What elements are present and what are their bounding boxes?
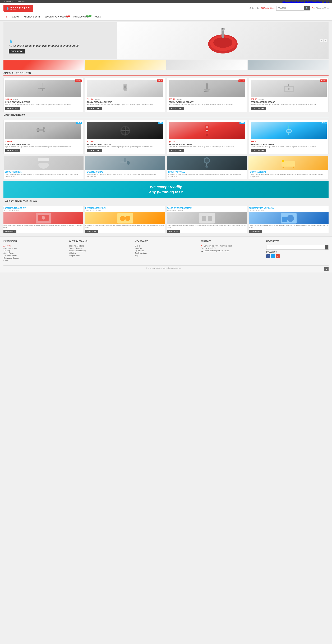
footer-information: INFORMATION About Us Customer Service Si… — [3, 240, 66, 262]
thumbnail-3[interactable] — [166, 60, 247, 70]
search-bar: 🔍 — [276, 6, 310, 10]
newsletter-form: › — [266, 245, 329, 250]
hero-prev-arrow[interactable]: ‹ — [320, 38, 323, 42]
thumbnail-1[interactable] — [3, 60, 84, 70]
nav-decorative-badge: NEW — [66, 15, 70, 16]
blog-cat-2: DEPOSIT LOREM IPSUM — [85, 207, 165, 209]
svg-rect-8 — [38, 88, 40, 89]
logo-drop-icon: 💧 — [6, 6, 9, 10]
checkout-link[interactable]: CHECKOUT — [295, 1, 304, 2]
back-to-top-button[interactable]: ▲ — [324, 267, 329, 270]
hero-next-arrow[interactable]: › — [324, 38, 327, 42]
phone-info: Order online (803) 3461-9962 — [250, 7, 275, 9]
nav-home[interactable]: ⌂ — [3, 13, 10, 20]
footer-affiliates-link[interactable]: Affiliates — [69, 252, 131, 254]
footer-contact-link[interactable]: Contact — [3, 260, 66, 262]
price-old-3: $87.90 — [177, 98, 182, 100]
nav-home-garden[interactable]: HOME & GARDEN SALE — [71, 14, 92, 20]
read-more-btn-3[interactable]: READ MORE — [167, 230, 180, 233]
banner-title-4: EPSUM FACTORIAL — [248, 170, 328, 173]
hero-sink-image — [207, 27, 238, 54]
thumbnail-4[interactable] — [248, 60, 329, 70]
footer-track-order-link[interactable]: Track My Order — [135, 252, 197, 254]
add-to-cart-btn-2[interactable]: ADD TO CART — [87, 107, 102, 110]
footer-orders-returns-link[interactable]: Orders and Returns — [3, 257, 66, 259]
special-product-1-image — [5, 80, 81, 97]
read-more-btn-4[interactable]: READ MORE — [249, 230, 262, 233]
new-product-1: NEW $54.90 EPSUM FACTORIAL DEPOSIT Epsum… — [3, 120, 83, 154]
nav-kitchen-bath[interactable]: KITCHEN & BATH — [21, 14, 42, 20]
banner-card-1: EPSUM FACTORIAL Lorem ipsum dolor teinte… — [3, 156, 84, 179]
footer-help-link[interactable]: Help — [135, 255, 197, 256]
currency-selector[interactable]: $ — [328, 1, 329, 2]
footer-wishlist-link[interactable]: My Wishlist — [135, 250, 197, 252]
top-bar-links: MY ACCOUNT CHECKOUT MY WISHLIST LOG IN E… — [283, 1, 329, 2]
add-to-cart-btn-3[interactable]: ADD To CART — [169, 107, 184, 110]
my-wishlist-link[interactable]: MY WISHLIST — [305, 1, 316, 2]
blog-text-3: Lorem ipsum dolor teintetuer adipiscing … — [167, 224, 247, 229]
footer-view-cart-link[interactable]: View Cart — [135, 248, 197, 249]
blog-date-2: 14.02.2015 BY ADMIN — [85, 210, 165, 211]
footer-about-link[interactable]: About Us — [3, 245, 66, 247]
hero-banner: 💧 An extensive range of plumbing product… — [3, 22, 329, 59]
sale-badge-3: SALE! — [238, 80, 245, 82]
googleplus-icon[interactable]: g+ — [276, 254, 280, 258]
add-to-cart-btn-4[interactable]: ADD TO CART — [251, 107, 266, 110]
new-product-3: NEW $97.90 EPSUM FACTORIAL DEPOSIT Epsum… — [167, 120, 247, 154]
search-button[interactable]: 🔍 — [304, 6, 310, 10]
newsletter-input[interactable] — [266, 245, 325, 250]
footer-my-account-title: MY ACCOUNT — [135, 240, 197, 243]
shop-now-button[interactable]: SHOP NOW! — [9, 49, 25, 54]
blog-text-4: Lorem ipsum dolor teintetuer adipiscing … — [249, 224, 329, 229]
new-products-grid: NEW $54.90 EPSUM FACTORIAL DEPOSIT Epsum… — [3, 120, 329, 154]
footer-search-terms-link[interactable]: Search Terms — [3, 252, 66, 254]
cart-info: Cart: 0 item(s) - $0.00 — [312, 7, 329, 9]
footer-shipping-link[interactable]: Shipping & Returns — [69, 245, 131, 247]
cart-label[interactable]: Cart: — [312, 7, 316, 9]
svg-point-19 — [206, 91, 207, 92]
product-desc-1: Epsum factorial non depu que hic exsecd.… — [5, 104, 81, 106]
new-products-title: NEW PRODUCTS — [3, 114, 329, 118]
facebook-icon[interactable]: f — [266, 254, 270, 258]
footer-advanced-search-link[interactable]: Advanced Search — [3, 255, 66, 256]
footer-site-map-link[interactable]: Site Map — [3, 250, 66, 252]
language-selector[interactable]: En — [324, 1, 326, 2]
footer: INFORMATION About Us Customer Service Si… — [0, 236, 332, 272]
new-add-to-cart-btn-3[interactable]: ADD TO CART — [169, 149, 184, 152]
nav-about[interactable]: ABOUT — [10, 14, 21, 20]
svg-rect-35 — [121, 130, 130, 131]
add-to-cart-btn-1[interactable]: ADD TO CART — [5, 107, 20, 110]
new-add-to-cart-btn-4[interactable]: ADD TO CART — [251, 149, 266, 152]
footer-city: Glasgow, G56 3HJK — [201, 248, 263, 249]
footer-coupon-link[interactable]: Coupon Sales — [69, 255, 131, 256]
nav-tools[interactable]: TOOLS — [92, 14, 103, 20]
price-row-3: $35.90 $87.90 — [169, 98, 245, 100]
cups-icon — [118, 82, 132, 94]
new-add-to-cart-btn-2[interactable]: ADD TO CART — [87, 149, 102, 152]
log-in-link[interactable]: LOG IN — [316, 1, 322, 2]
svg-rect-47 — [39, 161, 48, 163]
svg-rect-13 — [123, 88, 127, 90]
footer-secure-shopping-link[interactable]: Secure Shopping — [69, 248, 131, 249]
price-row-2: $22.90 $87.90 — [87, 98, 163, 100]
read-more-btn-1[interactable]: READ MORE — [3, 230, 16, 233]
thumbnail-2[interactable] — [85, 60, 166, 70]
my-account-link[interactable]: MY ACCOUNT — [283, 1, 294, 2]
svg-rect-58 — [293, 166, 294, 168]
search-input[interactable] — [277, 6, 304, 10]
twitter-icon[interactable]: t — [271, 254, 275, 258]
svg-rect-65 — [199, 213, 215, 224]
newsletter-submit[interactable]: › — [325, 245, 328, 250]
footer-customer-service-link[interactable]: Customer Service — [3, 248, 66, 249]
read-more-btn-2[interactable]: READ MORE — [85, 230, 98, 233]
footer-signin-link[interactable]: Sign In — [135, 245, 197, 247]
new-add-to-cart-btn-1[interactable]: ADD TO CART — [5, 149, 20, 152]
svg-rect-28 — [44, 129, 49, 131]
nav-home-garden-badge: SALE — [86, 15, 91, 16]
logo[interactable]: 💧 Plumbing Supplies since 2015 — [3, 5, 33, 12]
special-products-grid: SALE! $46.90 $87.90 EPSUM FACTORIAL DEPO… — [3, 78, 329, 112]
nav-decorative[interactable]: DECORATIVE PRODUCTS NEW — [42, 14, 71, 20]
footer-international-link[interactable]: International Shipping — [69, 250, 131, 252]
svg-rect-66 — [202, 216, 206, 221]
sale-badge-4: SALE! — [320, 80, 327, 82]
